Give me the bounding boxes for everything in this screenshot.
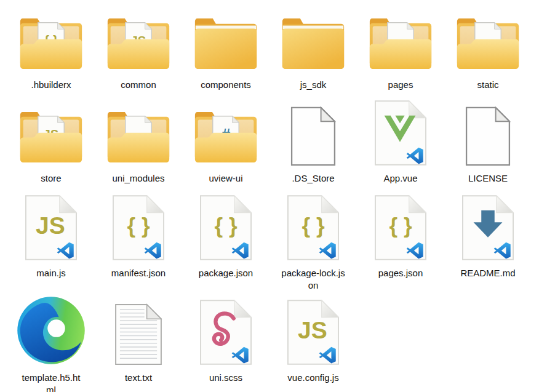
file-row: storeuni_modulesuview-ui.DS_StoreApp.vue… — [7, 102, 532, 185]
file-grid: .hbuilderxcommoncomponentsjs_sdkpagessta… — [0, 0, 539, 392]
file-item-pages-json[interactable]: pages.json — [357, 192, 444, 292]
vue-file-icon — [374, 100, 427, 166]
file-name-label: .DS_Store — [292, 172, 334, 185]
json-file-icon — [287, 194, 340, 261]
file-icon-slot — [193, 14, 259, 73]
markdown-file-icon — [461, 194, 514, 261]
file-name-label: README.md — [460, 267, 515, 279]
file-icon-slot — [193, 102, 259, 166]
file-item-static[interactable]: static — [444, 14, 532, 91]
file-item-text-txt[interactable]: text.txt — [95, 293, 182, 392]
file-icon-slot — [374, 192, 427, 261]
file-item-package-json[interactable]: package.json — [182, 192, 270, 292]
file-name-label: js_sdk — [300, 79, 327, 91]
open-folder-document-icon — [367, 17, 434, 70]
file-name-label: package-lock.json — [281, 267, 346, 292]
file-icon-slot — [114, 293, 162, 366]
file-item-store[interactable]: store — [7, 102, 95, 185]
open-folder-hash-icon — [193, 110, 259, 164]
file-item-app-vue[interactable]: App.vue — [357, 102, 444, 185]
file-item-package-lock-json[interactable]: package-lock.json — [270, 192, 357, 292]
file-icon-slot — [105, 14, 172, 73]
file-name-label: common — [121, 79, 156, 91]
file-item-hbuilderx[interactable]: .hbuilderx — [7, 14, 95, 91]
file-name-label: main.js — [36, 267, 66, 279]
blank-file-icon — [465, 106, 511, 166]
file-name-label: static — [477, 79, 498, 91]
file-name-label: package.json — [199, 267, 253, 279]
closed-folder-icon — [193, 17, 259, 70]
file-icon-slot — [105, 102, 172, 166]
open-folder-braces-icon — [18, 17, 84, 70]
file-icon-slot — [287, 192, 340, 261]
file-item-manifest-json[interactable]: manifest.json — [95, 192, 182, 292]
file-item-pages[interactable]: pages — [357, 14, 444, 91]
file-icon-slot — [374, 102, 427, 166]
file-name-label: uni.scss — [209, 372, 242, 384]
file-item-uview-ui[interactable]: uview-ui — [182, 102, 270, 185]
file-name-label: manifest.json — [111, 267, 166, 279]
file-icon-slot — [280, 14, 346, 73]
file-name-label: vue.config.js — [287, 372, 338, 384]
file-name-label: pages — [388, 79, 413, 91]
sass-file-icon — [199, 299, 252, 366]
file-name-label: text.txt — [125, 372, 152, 384]
file-row: .hbuilderxcommoncomponentsjs_sdkpagessta… — [7, 14, 532, 91]
file-icon-slot — [465, 102, 511, 166]
edge-browser-icon — [16, 295, 86, 366]
open-folder-js-icon — [18, 110, 84, 164]
file-item-uni-modules[interactable]: uni_modules — [95, 102, 182, 185]
file-name-label: pages.json — [378, 267, 423, 279]
file-icon-slot — [25, 192, 78, 261]
json-file-icon — [374, 194, 427, 261]
file-icon-slot — [18, 102, 84, 166]
file-name-label: LICENSE — [468, 172, 508, 185]
closed-folder-icon — [280, 17, 346, 70]
file-item-components[interactable]: components — [182, 14, 270, 91]
json-file-icon — [112, 194, 165, 261]
file-name-label: .hbuilderx — [31, 79, 71, 91]
blank-file-icon — [290, 106, 336, 166]
file-item-license[interactable]: LICENSE — [444, 102, 532, 185]
file-icon-slot — [112, 192, 165, 261]
open-folder-js-icon — [105, 17, 172, 70]
file-item-ds-store[interactable]: .DS_Store — [270, 102, 357, 185]
file-name-label: App.vue — [383, 172, 417, 185]
js-file-icon — [25, 194, 78, 261]
file-icon-slot — [290, 102, 336, 166]
file-icon-slot — [461, 192, 514, 261]
file-row: main.jsmanifest.jsonpackage.jsonpackage-… — [7, 192, 532, 292]
js-file-icon — [287, 299, 340, 366]
file-icon-slot — [18, 14, 84, 73]
file-item-readme-md[interactable]: README.md — [444, 192, 532, 292]
file-name-label: template.h5.html — [18, 372, 84, 392]
file-icon-slot — [199, 293, 252, 366]
file-icon-slot — [16, 293, 86, 366]
file-item-vue-config-js[interactable]: vue.config.js — [270, 293, 357, 392]
file-name-label: uview-ui — [209, 172, 242, 185]
file-item-main-js[interactable]: main.js — [7, 192, 95, 292]
file-icon-slot — [199, 192, 252, 261]
file-row: template.h5.htmltext.txtuni.scssvue.conf… — [7, 293, 532, 392]
file-item-js-sdk[interactable]: js_sdk — [270, 14, 357, 91]
open-folder-document-icon — [455, 17, 521, 70]
open-folder-document-icon — [105, 110, 172, 164]
json-file-icon — [199, 194, 252, 261]
file-icon-slot — [455, 14, 521, 73]
file-icon-slot — [367, 14, 434, 73]
file-name-label: components — [201, 79, 251, 91]
file-icon-slot — [287, 293, 340, 366]
file-name-label: uni_modules — [112, 172, 164, 185]
file-name-label: store — [41, 172, 61, 185]
file-item-template-h5-html[interactable]: template.h5.html — [7, 293, 95, 392]
file-item-common[interactable]: common — [95, 14, 182, 91]
text-file-icon — [114, 303, 162, 366]
file-item-uni-scss[interactable]: uni.scss — [182, 293, 270, 392]
